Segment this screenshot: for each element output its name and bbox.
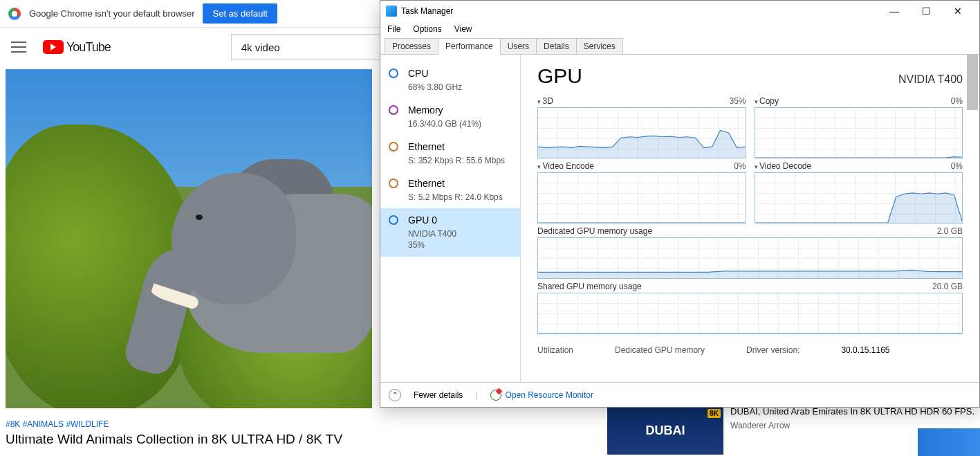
tab-strip: Processes Performance Users Details Serv… — [380, 37, 979, 55]
scrollbar[interactable] — [967, 55, 978, 382]
gpu-label: GPU 0 — [408, 214, 456, 227]
cpu-ring-icon — [389, 69, 398, 78]
panel-video-encode: Video Encode0% — [537, 161, 746, 224]
tab-details[interactable]: Details — [536, 38, 577, 54]
open-resource-monitor-link[interactable]: Open Resource Monitor — [490, 390, 593, 401]
close-button[interactable]: ✕ — [942, 1, 974, 21]
youtube-play-icon — [43, 40, 64, 54]
menu-bar: File Options View — [380, 21, 979, 37]
window-title: Task Manager — [401, 6, 453, 16]
panel-copy-label[interactable]: Copy — [755, 96, 779, 106]
maximize-button[interactable]: ☐ — [910, 1, 942, 21]
graph-dedicated-memory — [537, 237, 963, 279]
badge-8k: 8K — [708, 409, 721, 418]
menu-icon[interactable] — [11, 42, 26, 53]
gpu-model: NVIDIA T400 — [408, 228, 456, 239]
panel-video-decode: Video Decode0% — [755, 161, 963, 224]
fewer-details-button[interactable]: Fewer details — [414, 390, 463, 400]
panel-3d-label[interactable]: 3D — [537, 96, 553, 106]
panel-venc-value: 0% — [734, 161, 746, 171]
youtube-logo-text: YouTube — [66, 40, 111, 55]
panel-vdec-label[interactable]: Video Decode — [755, 161, 812, 171]
menu-file[interactable]: File — [387, 24, 400, 34]
panel-dedicated-memory: Dedicated GPU memory usage2.0 GB — [537, 226, 963, 279]
eth2-label: Ethernet — [408, 177, 503, 190]
graph-video-encode — [537, 172, 746, 224]
tab-processes[interactable]: Processes — [385, 38, 438, 54]
gpu-stats-row: Utilization Dedicated GPU memory Driver … — [537, 345, 963, 355]
video-player[interactable] — [6, 69, 372, 408]
panel-dmem-label: Dedicated GPU memory usage — [537, 226, 652, 236]
eth1-label: Ethernet — [408, 140, 505, 154]
sidebar-item-cpu[interactable]: CPU 68% 3.80 GHz — [380, 62, 520, 98]
memory-ring-icon — [389, 105, 398, 115]
ethernet-ring-icon — [389, 179, 398, 188]
sidebar-item-gpu[interactable]: GPU 0 NVIDIA T400 35% — [380, 208, 520, 256]
menu-view[interactable]: View — [454, 24, 472, 34]
panel-dmem-value: 2.0 GB — [937, 226, 963, 236]
gpu-ring-icon — [389, 215, 398, 225]
task-manager-footer: ⌃ Fewer details | Open Resource Monitor — [380, 382, 979, 407]
graph-video-decode — [755, 172, 963, 224]
cpu-sub: 68% 3.80 GHz — [408, 82, 462, 93]
thumb-caption: DUBAI — [646, 423, 685, 438]
panel-smem-value: 20.0 GB — [932, 282, 963, 291]
resource-monitor-label: Open Resource Monitor — [506, 390, 593, 400]
minimize-button[interactable]: ― — [878, 1, 910, 21]
panel-venc-label[interactable]: Video Encode — [537, 161, 594, 171]
related-thumbnail: 8K DUBAI — [607, 406, 723, 455]
stat-driver-label: Driver version: — [746, 345, 799, 355]
tab-users[interactable]: Users — [500, 38, 537, 54]
stat-utilization-label: Utilization — [537, 345, 573, 355]
memory-label: Memory — [408, 104, 481, 117]
chrome-icon — [8, 8, 21, 20]
graph-shared-memory — [537, 293, 963, 334]
detail-model: NVIDIA T400 — [898, 73, 963, 86]
panel-3d-value: 35% — [729, 96, 746, 106]
set-default-button[interactable]: Set as default — [203, 3, 277, 24]
gpu-detail-pane: GPU NVIDIA T400 3D35% Copy0% Video Encod… — [520, 55, 979, 382]
panel-shared-memory: Shared GPU memory usage20.0 GB — [537, 282, 963, 334]
stat-driver-value: 30.0.15.1165 — [841, 345, 889, 355]
cpu-label: CPU — [408, 67, 462, 80]
eth2-sub: S: 5.2 Mbps R: 24.0 Kbps — [408, 192, 503, 203]
stat-dmem-label: Dedicated GPU memory — [615, 345, 705, 355]
panel-smem-label: Shared GPU memory usage — [537, 282, 642, 291]
tab-performance[interactable]: Performance — [438, 38, 501, 55]
task-manager-window: Task Manager ― ☐ ✕ File Options View Pro… — [380, 0, 980, 408]
fewer-details-icon[interactable]: ⌃ — [389, 389, 401, 401]
sidebar-item-ethernet-1[interactable]: Ethernet S: 352 Kbps R: 55.6 Mbps — [380, 135, 520, 172]
graph-3d — [537, 107, 746, 158]
menu-options[interactable]: Options — [413, 24, 441, 34]
panel-3d: 3D35% — [537, 96, 746, 158]
performance-sidebar: CPU 68% 3.80 GHz Memory 16.3/40.0 GB (41… — [380, 55, 520, 382]
panel-vdec-value: 0% — [951, 161, 963, 171]
eth1-sub: S: 352 Kbps R: 55.6 Mbps — [408, 155, 505, 166]
gpu-pct: 35% — [408, 239, 456, 250]
tab-services[interactable]: Services — [576, 38, 623, 54]
default-notice-text: Google Chrome isn't your default browser — [29, 8, 194, 19]
search-input-value: 4k video — [241, 42, 280, 53]
panel-copy-value: 0% — [951, 96, 963, 106]
panel-copy: Copy0% — [755, 96, 963, 158]
resource-monitor-icon — [490, 390, 501, 401]
titlebar[interactable]: Task Manager ― ☐ ✕ — [380, 1, 979, 21]
task-manager-icon — [386, 6, 397, 17]
youtube-logo[interactable]: YouTube — [43, 40, 111, 55]
graph-copy — [755, 107, 963, 158]
related-title: DUBAI, United Arab Emirates In 8K ULTRA … — [730, 406, 974, 418]
detail-title: GPU — [537, 64, 582, 88]
memory-sub: 16.3/40.0 GB (41%) — [408, 118, 481, 129]
elephant-image — [158, 166, 372, 374]
sidebar-item-memory[interactable]: Memory 16.3/40.0 GB (41%) — [380, 98, 520, 135]
ethernet-ring-icon — [389, 142, 398, 152]
sidebar-item-ethernet-2[interactable]: Ethernet S: 5.2 Mbps R: 24.0 Kbps — [380, 172, 520, 208]
windows-taskbar[interactable] — [918, 428, 980, 456]
